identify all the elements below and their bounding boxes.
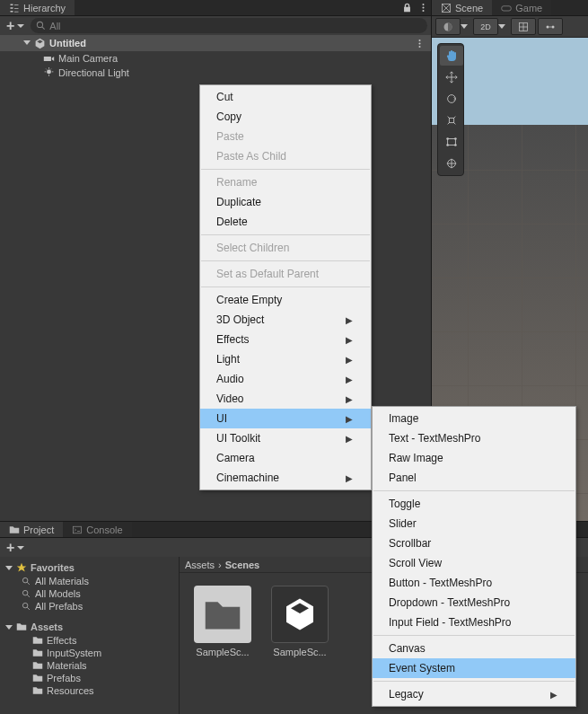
menu-item-label: Video xyxy=(216,392,243,405)
transform-tool[interactable] xyxy=(440,154,463,173)
svg-line-26 xyxy=(27,582,30,585)
context-menu-item[interactable]: Video▶ xyxy=(200,389,371,409)
favorite-item[interactable]: All Models xyxy=(0,587,179,600)
console-tab[interactable]: Console xyxy=(63,522,131,537)
context-menu-item[interactable]: 3D Object▶ xyxy=(200,310,371,330)
asset-folder[interactable]: InputSystem xyxy=(0,647,179,659)
lock-icon[interactable] xyxy=(399,0,415,16)
scene-kebab-icon[interactable] xyxy=(411,35,427,51)
svg-point-21 xyxy=(446,144,449,146)
context-submenu-item[interactable]: Event System xyxy=(373,658,575,678)
context-submenu-item[interactable]: Legacy▶ xyxy=(373,684,575,704)
chevron-right-icon: ▶ xyxy=(346,315,353,325)
project-tab[interactable]: Project xyxy=(0,522,63,537)
menu-item-label: Paste xyxy=(216,130,244,143)
context-menu-item[interactable]: Create Empty xyxy=(200,290,371,310)
context-menu-item[interactable]: Light▶ xyxy=(200,349,371,369)
2d-toggle[interactable]: 2D xyxy=(473,18,498,35)
context-menu-item: Rename xyxy=(200,172,371,192)
scene-icon xyxy=(441,3,452,13)
context-submenu-item[interactable]: Scroll View xyxy=(373,553,575,573)
hierarchy-item-label: Main Camera xyxy=(58,53,118,64)
game-tab[interactable]: Game xyxy=(492,0,551,15)
favorite-item[interactable]: All Materials xyxy=(0,575,179,587)
search-icon xyxy=(36,21,46,31)
chevron-right-icon: ▶ xyxy=(346,394,353,404)
hierarchy-item-camera[interactable]: Main Camera xyxy=(0,51,431,66)
scene-tab[interactable]: Scene xyxy=(432,0,492,15)
context-submenu-item[interactable]: Text - TextMeshPro xyxy=(373,428,575,448)
context-submenu-item[interactable]: Input Field - TextMeshPro xyxy=(373,613,575,632)
menu-separator xyxy=(201,286,370,287)
folder-label: Prefabs xyxy=(47,673,81,683)
context-menu-item[interactable]: UI Toolkit▶ xyxy=(200,428,371,448)
hierarchy-tab[interactable]: Hierarchy xyxy=(0,0,75,15)
context-menu-item[interactable]: Copy xyxy=(200,107,371,127)
assets-header[interactable]: Assets xyxy=(0,620,179,634)
breadcrumb-segment[interactable]: Scenes xyxy=(225,560,260,570)
asset-folder[interactable]: Prefabs xyxy=(0,672,179,684)
scale-tool[interactable] xyxy=(440,110,463,130)
menu-item-label: Select Children xyxy=(216,242,289,254)
favorite-label: All Models xyxy=(35,588,81,599)
hand-tool[interactable] xyxy=(440,46,463,66)
move-tool[interactable] xyxy=(440,67,463,87)
favorite-item[interactable]: All Prefabs xyxy=(0,600,179,613)
context-menu-item[interactable]: Audio▶ xyxy=(200,369,371,389)
asset-folder[interactable]: Effects xyxy=(0,634,179,647)
context-menu-item[interactable]: Duplicate xyxy=(200,192,371,212)
favorite-label: All Materials xyxy=(35,576,89,586)
context-submenu-item[interactable]: Panel xyxy=(373,468,575,488)
add-button[interactable]: + xyxy=(4,18,27,34)
asset-folder[interactable]: Resources xyxy=(0,684,179,697)
svg-point-8 xyxy=(47,69,51,74)
asset-folder[interactable]: Materials xyxy=(0,659,179,672)
gizmo-dropdown[interactable] xyxy=(511,18,536,35)
folder-icon xyxy=(32,635,43,646)
context-submenu-item[interactable]: Scrollbar xyxy=(373,533,575,553)
breadcrumb-segment[interactable]: Assets xyxy=(185,560,215,570)
favorite-label: All Prefabs xyxy=(35,601,83,612)
context-submenu-item[interactable]: Raw Image xyxy=(373,448,575,468)
project-tree: Favorites All Materials All Models All P… xyxy=(0,557,180,714)
context-menu-item: Paste As Child xyxy=(200,146,371,166)
asset-item-scene[interactable]: SampleSc... xyxy=(269,586,330,701)
assets-label: Assets xyxy=(31,621,63,632)
context-menu-item[interactable]: Camera xyxy=(200,448,371,468)
hierarchy-item-light[interactable]: Directional Light xyxy=(0,66,431,80)
kebab-icon[interactable] xyxy=(415,0,431,16)
svg-point-0 xyxy=(422,4,424,5)
grid-dropdown[interactable] xyxy=(538,18,563,35)
context-submenu-item[interactable]: Dropdown - TextMeshPro xyxy=(373,593,575,613)
menu-item-label: Button - TextMeshPro xyxy=(389,577,492,589)
context-submenu-item[interactable]: Slider xyxy=(373,514,575,533)
context-submenu-item[interactable]: Button - TextMeshPro xyxy=(373,573,575,593)
context-menu-item[interactable]: Delete xyxy=(200,212,371,232)
menu-item-label: Panel xyxy=(389,472,417,484)
context-submenu-item[interactable]: Canvas xyxy=(373,639,575,658)
svg-rect-10 xyxy=(502,5,512,10)
folder-label: Materials xyxy=(47,660,87,671)
hierarchy-search[interactable]: All xyxy=(31,18,427,33)
context-menu-item[interactable]: Cinemachine▶ xyxy=(200,468,371,488)
context-submenu-item[interactable]: Toggle xyxy=(373,494,575,514)
context-submenu-item[interactable]: Image xyxy=(373,409,575,428)
context-menu-item[interactable]: UI▶ xyxy=(200,409,371,428)
asset-item-folder[interactable]: SampleSc... xyxy=(192,586,253,701)
scene-header[interactable]: Untitled xyxy=(0,35,431,51)
unity-scene-icon xyxy=(34,38,46,49)
add-button[interactable]: + xyxy=(4,540,27,556)
menu-item-label: Camera xyxy=(216,452,255,464)
game-icon xyxy=(501,3,512,13)
context-menu-item[interactable]: Effects▶ xyxy=(200,330,371,349)
shading-dropdown[interactable] xyxy=(435,18,461,35)
svg-point-3 xyxy=(38,22,43,27)
menu-item-label: Create Empty xyxy=(216,294,282,306)
svg-point-7 xyxy=(418,45,420,47)
folder-thumb xyxy=(194,586,251,643)
rect-tool[interactable] xyxy=(440,132,463,152)
context-menu-item[interactable]: Cut xyxy=(200,87,371,107)
favorites-header[interactable]: Favorites xyxy=(0,560,179,575)
menu-item-label: Canvas xyxy=(389,642,426,655)
rotate-tool[interactable] xyxy=(440,89,463,109)
